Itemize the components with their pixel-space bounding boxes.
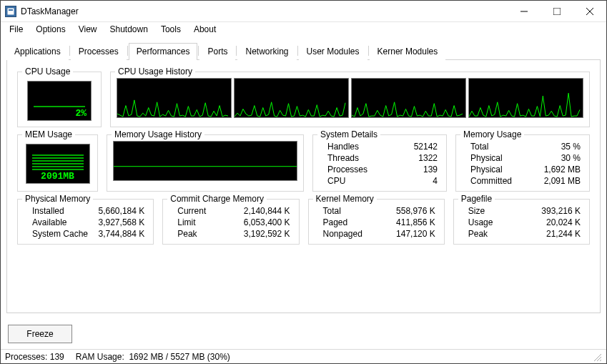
cc-current-value: 2,140,844 K (244, 206, 290, 216)
pm-installed-label: Installed (32, 206, 64, 216)
mem-physical-pct-value: 30 % (561, 153, 581, 163)
tab-ports[interactable]: Ports (199, 43, 235, 60)
window-controls (508, 1, 606, 21)
window-title: DTaskManager (21, 6, 508, 16)
kernel-memory-group: Kernel Memory Total558,976 K Paged411,85… (308, 199, 445, 245)
cpu-usage-label: CPU Usage (22, 67, 73, 77)
memory-usage-group: Memory Usage Total35 % Physical30 % Phys… (455, 134, 590, 192)
pagefile-group: Pagefile Size393,216 K Usage20,024 K Pea… (453, 199, 590, 245)
pf-usage-value: 20,024 K (546, 217, 581, 227)
menu-view[interactable]: View (73, 23, 103, 36)
pf-peak-label: Peak (468, 229, 488, 239)
kernel-memory-label: Kernel Memory (313, 194, 377, 204)
cpu-history-core-3 (468, 78, 583, 118)
cpu-history-core-0 (117, 78, 232, 118)
tab-processes[interactable]: Processes (71, 43, 127, 60)
mem-physical-pct-label: Physical (470, 153, 503, 163)
threads-value: 1322 (418, 153, 438, 163)
maximize-button[interactable] (541, 1, 573, 21)
app-icon (5, 6, 16, 17)
tab-user-modules[interactable]: User Modules (299, 43, 367, 60)
cpu-count-label: CPU (327, 176, 345, 186)
statusbar: Processes: 139 RAM Usage: 1692 MB / 5527… (1, 349, 606, 363)
mem-usage-gauge: 2091MB (26, 144, 90, 184)
tab-strip: Applications Processes Performances Port… (6, 42, 601, 60)
close-button[interactable] (573, 1, 606, 21)
cpu-usage-group: CPU Usage 2% (17, 72, 102, 127)
mem-committed-value: 2,091 MB (544, 176, 581, 186)
km-total-value: 558,976 K (396, 206, 435, 216)
commit-charge-group: Commit Charge Memory Current2,140,844 K … (162, 199, 299, 245)
km-nonpaged-value: 147,120 K (396, 229, 435, 239)
processes-label: Processes (327, 164, 367, 174)
pm-installed-value: 5,660,184 K (99, 206, 145, 216)
svg-rect-1 (9, 9, 13, 11)
mem-physical-mb-label: Physical (470, 164, 503, 174)
processes-value: 139 (423, 164, 438, 174)
svg-line-8 (600, 360, 601, 361)
km-paged-label: Paged (323, 217, 348, 227)
km-total-label: Total (323, 206, 341, 216)
memory-usage-label: Memory Usage (460, 129, 524, 139)
mem-usage-label: MEM Usage (22, 129, 75, 139)
titlebar: DTaskManager (1, 1, 606, 22)
pf-size-value: 393,216 K (541, 206, 581, 216)
mem-history-group: Memory Usage History (107, 134, 304, 192)
tab-content-performances: CPU Usage 2% CPU Usage History MEM Usage… (6, 60, 601, 313)
status-processes: Processes: 139 (5, 352, 64, 362)
km-nonpaged-label: Nonpaged (323, 229, 362, 239)
threads-label: Threads (327, 153, 359, 163)
km-paged-value: 411,856 K (396, 217, 435, 227)
mem-history-chart (113, 141, 297, 181)
pm-available-label: Available (32, 217, 66, 227)
handles-label: Handles (327, 142, 359, 152)
mem-history-label: Memory Usage History (112, 129, 204, 139)
handles-value: 52142 (414, 142, 438, 152)
mem-usage-value: 2091MB (41, 171, 74, 182)
menu-about[interactable]: About (188, 23, 222, 36)
cc-limit-label: Limit (177, 217, 195, 227)
tab-networking[interactable]: Networking (237, 43, 296, 60)
cpu-usage-gauge: 2% (27, 81, 92, 121)
bottom-panel: Freeze (1, 319, 606, 349)
commit-charge-label: Commit Charge Memory (167, 194, 267, 204)
pf-usage-label: Usage (468, 217, 493, 227)
pf-size-label: Size (468, 206, 485, 216)
menubar: File Options View Shutdown Tools About (1, 22, 606, 36)
system-details-group: System Details Handles52142 Threads1322 … (312, 134, 447, 192)
physical-memory-label: Physical Memory (22, 194, 93, 204)
freeze-button[interactable]: Freeze (8, 325, 72, 343)
system-details-label: System Details (317, 129, 380, 139)
cpu-history-group: CPU Usage History (110, 72, 590, 127)
pm-available-value: 3,927,568 K (99, 217, 145, 227)
resize-grip-icon[interactable] (592, 352, 602, 362)
pagefile-label: Pagefile (458, 194, 495, 204)
cc-limit-value: 6,053,400 K (244, 217, 290, 227)
cpu-history-core-2 (351, 78, 466, 118)
mem-usage-group: MEM Usage 2091MB (17, 134, 98, 192)
pm-cache-value: 3,744,884 K (99, 229, 145, 239)
svg-rect-3 (553, 8, 561, 15)
cpu-count-value: 4 (433, 176, 438, 186)
mem-committed-label: Committed (470, 176, 512, 186)
mem-physical-mb-value: 1,692 MB (544, 164, 581, 174)
menu-options[interactable]: Options (30, 23, 71, 36)
tab-applications[interactable]: Applications (6, 43, 69, 60)
minimize-button[interactable] (508, 1, 541, 21)
physical-memory-group: Physical Memory Installed5,660,184 K Ava… (17, 199, 154, 245)
mem-total-label: Total (470, 142, 488, 152)
cpu-usage-value: 2% (75, 108, 87, 119)
cc-peak-label: Peak (177, 229, 197, 239)
tab-performances[interactable]: Performances (129, 43, 198, 60)
menu-file[interactable]: File (4, 23, 29, 36)
cpu-history-core-1 (234, 78, 349, 118)
menu-shutdown[interactable]: Shutdown (104, 23, 154, 36)
cc-peak-value: 3,192,592 K (244, 229, 290, 239)
status-ram: RAM Usage: 1692 MB / 5527 MB (30%) (76, 352, 230, 362)
cc-current-label: Current (177, 206, 206, 216)
tab-kerner-modules[interactable]: Kerner Modules (370, 43, 446, 60)
cpu-history-label: CPU Usage History (115, 67, 195, 77)
menu-tools[interactable]: Tools (155, 23, 187, 36)
pf-peak-value: 21,244 K (546, 229, 581, 239)
pm-cache-label: System Cache (32, 229, 88, 239)
